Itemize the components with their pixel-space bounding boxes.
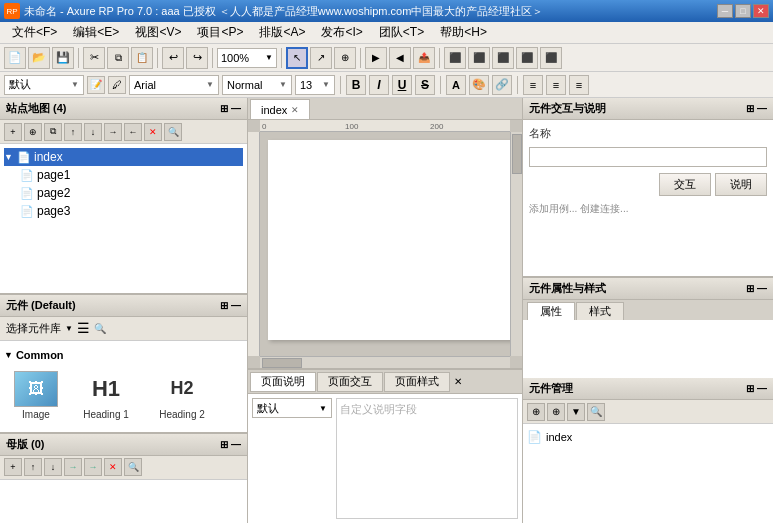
sitemap-add-button[interactable]: + [4,123,22,141]
canvas-scrollbar-vertical[interactable] [510,132,522,356]
preview-button[interactable]: ▶ [365,47,387,69]
master-add-button[interactable]: + [4,458,22,476]
font-size-select[interactable]: 13 ▼ [295,75,335,95]
redo-button[interactable]: ↪ [186,47,208,69]
master-search-button[interactable]: 🔍 [124,458,142,476]
font-default-icon1[interactable]: 📝 [87,76,105,94]
copy-button[interactable]: ⧉ [107,47,129,69]
canvas-scrollbar-horizontal[interactable] [260,356,510,368]
align-right-button[interactable]: ⬛ [492,47,514,69]
sitemap-expand-icon[interactable]: ⊞ [220,103,228,114]
properties-expand-icon[interactable]: ⊞ [746,283,754,294]
properties-collapse-icon[interactable]: — [757,283,767,294]
comp-item-heading2[interactable]: H2 Heading 2 [148,371,216,420]
widget-item-index[interactable]: 📄 index [527,428,769,446]
sitemap-indent-button[interactable]: → [104,123,122,141]
underline-button[interactable]: U [392,75,412,95]
zoom-control[interactable]: 100% ▼ [217,48,277,68]
widget-btn-2[interactable]: ⊕ [547,403,565,421]
distribute-h-button[interactable]: ⬛ [516,47,538,69]
sitemap-down-button[interactable]: ↓ [84,123,102,141]
sitemap-item-index[interactable]: ▼ 📄 index [4,148,243,166]
link-button[interactable]: 🔗 [492,75,512,95]
align-left-text-button[interactable]: ≡ [523,75,543,95]
scrollbar-thumb-h[interactable] [262,358,302,368]
widget-btn-1[interactable]: ⊕ [527,403,545,421]
menu-file[interactable]: 文件<F> [4,22,65,43]
widget-search-button[interactable]: 🔍 [587,403,605,421]
comp-search-icon[interactable]: 🔍 [94,323,106,334]
menu-project[interactable]: 项目<P> [189,22,251,43]
share-button[interactable]: 📤 [413,47,435,69]
strikethrough-button[interactable]: S [415,75,435,95]
minimize-button[interactable]: ─ [717,4,733,18]
bottom-panel-close[interactable]: ✕ [451,375,465,389]
master-forward-button[interactable]: → [64,458,82,476]
page-note-area[interactable]: 自定义说明字段 [336,398,518,519]
page-tab-style[interactable]: 页面样式 [384,372,450,392]
prop-tab-attr[interactable]: 属性 [527,302,575,320]
page-note-select[interactable]: 默认 ▼ [252,398,332,418]
master-delete-button[interactable]: ✕ [104,458,122,476]
select-mode-button[interactable]: ↖ [286,47,308,69]
sitemap-up-button[interactable]: ↑ [64,123,82,141]
undo-button[interactable]: ↩ [162,47,184,69]
font-color-button[interactable]: A [446,75,466,95]
menu-edit[interactable]: 编辑<E> [65,22,127,43]
comp-item-image[interactable]: 🖼 Image [8,371,64,420]
font-default-select[interactable]: 默认 ▼ [4,75,84,95]
prop-tab-style[interactable]: 样式 [576,302,624,320]
interaction-collapse-icon[interactable]: — [757,103,767,114]
comp-expand-icon[interactable]: ⊞ [220,300,228,311]
sitemap-item-page1[interactable]: 📄 page1 [20,166,243,184]
canvas-tab-index-close[interactable]: ✕ [291,105,299,115]
close-button[interactable]: ✕ [753,4,769,18]
paste-button[interactable]: 📋 [131,47,153,69]
font-style-select[interactable]: Normal ▼ [222,75,292,95]
align-right-text-button[interactable]: ≡ [569,75,589,95]
align-left-button[interactable]: ⬛ [444,47,466,69]
comp-item-heading1[interactable]: H1 Heading 1 [72,371,140,420]
connect-mode-button[interactable]: ↗ [310,47,332,69]
page-tab-interaction[interactable]: 页面交互 [317,372,383,392]
bold-button[interactable]: B [346,75,366,95]
menu-help[interactable]: 帮助<H> [432,22,495,43]
font-default-icon2[interactable]: 🖊 [108,76,126,94]
master-back-button[interactable]: → [84,458,102,476]
interaction-name-input[interactable] [529,147,767,167]
master-up-button[interactable]: ↑ [24,458,42,476]
scrollbar-thumb-v[interactable] [512,134,522,174]
sitemap-collapse-icon[interactable]: — [231,103,241,114]
menu-view[interactable]: 视图<V> [127,22,189,43]
menu-team[interactable]: 团队<T> [371,22,432,43]
font-face-select[interactable]: Arial ▼ [129,75,219,95]
sitemap-item-page3[interactable]: 📄 page3 [20,202,243,220]
distribute-v-button[interactable]: ⬛ [540,47,562,69]
sitemap-outdent-button[interactable]: ← [124,123,142,141]
canvas-tab-index[interactable]: index ✕ [250,99,310,119]
open-button[interactable]: 📂 [28,47,50,69]
widget-collapse-icon[interactable]: — [757,383,767,394]
interaction-btn-shuo[interactable]: 说明 [715,173,767,196]
align-center-text-button[interactable]: ≡ [546,75,566,95]
italic-button[interactable]: I [369,75,389,95]
cut-button[interactable]: ✂ [83,47,105,69]
sitemap-delete-button[interactable]: ✕ [144,123,162,141]
sitemap-search-button[interactable]: 🔍 [164,123,182,141]
new-button[interactable]: 📄 [4,47,26,69]
crop-mode-button[interactable]: ⊕ [334,47,356,69]
fill-color-button[interactable]: 🎨 [469,75,489,95]
titlebar-controls[interactable]: ─ □ ✕ [717,4,769,18]
maximize-button[interactable]: □ [735,4,751,18]
sitemap-duplicate-button[interactable]: ⧉ [44,123,62,141]
page-tab-notes[interactable]: 页面说明 [250,372,316,392]
canvas-area[interactable]: 0 100 200 [248,120,522,368]
save-button[interactable]: 💾 [52,47,74,69]
interaction-expand-icon[interactable]: ⊞ [746,103,754,114]
master-expand-icon[interactable]: ⊞ [220,439,228,450]
widget-expand-icon[interactable]: ⊞ [746,383,754,394]
comp-menu-icon[interactable]: ☰ [77,320,90,336]
publish-button[interactable]: ◀ [389,47,411,69]
menu-publish[interactable]: 发布<I> [313,22,370,43]
menu-layout[interactable]: 排版<A> [251,22,313,43]
